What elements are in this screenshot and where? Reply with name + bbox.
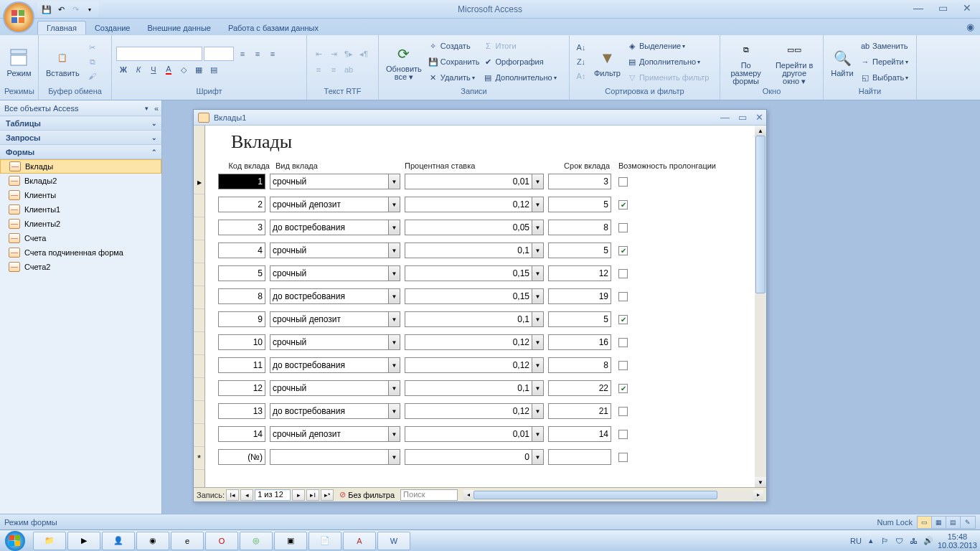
spelling-button[interactable]: ✔Орфография <box>482 54 556 70</box>
record-position-input[interactable]: 1 из 12 <box>255 489 291 501</box>
tray-shield-icon[interactable]: 🛡 <box>895 536 905 546</box>
record-selector[interactable] <box>194 263 204 286</box>
type-field[interactable] <box>270 449 389 465</box>
code-field[interactable]: (№) <box>218 449 265 465</box>
nav-item-form[interactable]: Вклады2 <box>0 174 161 188</box>
type-dropdown-button[interactable]: ▼ <box>389 288 400 304</box>
type-field[interactable]: срочный <box>270 265 389 281</box>
nav-item-form[interactable]: Клиенты <box>0 188 161 202</box>
select-button[interactable]: ◱Выбрать ▾ <box>859 70 908 85</box>
code-field[interactable]: 14 <box>218 426 265 442</box>
prolong-checkbox[interactable] <box>618 430 628 439</box>
record-selector[interactable] <box>194 309 204 332</box>
help-icon[interactable]: ◉ <box>966 22 974 32</box>
minimize-button[interactable]: — <box>910 1 927 14</box>
code-field[interactable]: 10 <box>218 334 265 350</box>
redo-icon[interactable]: ↷ <box>69 3 82 16</box>
font-color-button[interactable]: А <box>161 62 176 77</box>
clock[interactable]: 15:4810.03.2013 <box>938 532 977 550</box>
form-minimize-button[interactable]: — <box>720 112 730 123</box>
dec-indent-button[interactable]: ⇤ <box>311 47 326 61</box>
type-dropdown-button[interactable]: ▼ <box>389 426 400 442</box>
clear-sort-button[interactable]: A↕ <box>574 69 588 83</box>
nav-group-forms[interactable]: Формы⌃ <box>0 145 161 159</box>
prolong-checkbox[interactable] <box>618 223 628 232</box>
ltr-button[interactable]: ¶▸ <box>341 47 356 61</box>
numbering-button[interactable]: ≡ <box>311 62 326 77</box>
type-dropdown-button[interactable]: ▼ <box>389 220 400 235</box>
bold-button[interactable]: Ж <box>116 62 131 77</box>
fill-color-button[interactable]: ◇ <box>176 62 191 77</box>
term-field[interactable]: 5 <box>548 197 611 212</box>
underline-button[interactable]: Ч <box>146 62 161 77</box>
bullets-button[interactable]: ≡ <box>326 62 341 77</box>
selection-filter-button[interactable]: ◈Выделение ▾ <box>626 38 710 54</box>
goto-button[interactable]: →Перейти ▾ <box>859 54 908 70</box>
save-icon[interactable]: 💾 <box>40 3 53 16</box>
term-field[interactable]: 21 <box>548 403 611 419</box>
tab-external[interactable]: Внешние данные <box>139 22 220 34</box>
rate-dropdown-button[interactable]: ▼ <box>532 242 544 258</box>
start-button[interactable] <box>0 530 30 552</box>
toggle-filter-button[interactable]: ▽Применить фильтр <box>626 70 710 85</box>
tray-network-icon[interactable]: 🖧 <box>909 536 919 546</box>
rate-dropdown-button[interactable]: ▼ <box>532 265 544 281</box>
term-field[interactable] <box>548 449 611 465</box>
font-family-combo[interactable] <box>116 47 202 61</box>
rate-field[interactable]: 0,12 <box>405 197 532 212</box>
advanced-filter-button[interactable]: ▤Дополнительно ▾ <box>626 54 710 70</box>
more-records-button[interactable]: ▤Дополнительно ▾ <box>482 70 556 85</box>
replace-button[interactable]: abЗаменить <box>859 38 908 54</box>
cut-button[interactable]: ✂ <box>85 40 100 55</box>
rate-dropdown-button[interactable]: ▼ <box>532 426 544 442</box>
record-selector[interactable] <box>194 332 204 355</box>
size-to-fit-button[interactable]: ⧉По размеруформы <box>725 37 767 87</box>
rate-field[interactable]: 0,12 <box>405 334 532 350</box>
form-view-button[interactable]: ▭ <box>918 517 932 528</box>
code-field[interactable]: 3 <box>218 220 265 235</box>
task-utorrent[interactable]: ◎ <box>240 532 273 550</box>
type-field[interactable]: срочный <box>270 174 389 189</box>
view-button[interactable]: Режим <box>4 45 34 79</box>
type-dropdown-button[interactable]: ▼ <box>389 334 400 350</box>
undo-icon[interactable]: ↶ <box>55 3 67 16</box>
tab-home[interactable]: Главная <box>37 21 86 34</box>
type-field[interactable]: до востребования <box>270 403 389 419</box>
tray-volume-icon[interactable]: 🔊 <box>923 536 933 546</box>
rate-dropdown-button[interactable]: ▼ <box>532 174 544 189</box>
task-user[interactable]: 👤 <box>102 532 135 550</box>
form-maximize-button[interactable]: ▭ <box>738 112 747 123</box>
prolong-checkbox[interactable] <box>618 315 628 324</box>
record-selector[interactable] <box>194 286 204 309</box>
term-field[interactable]: 14 <box>548 426 611 442</box>
prolong-checkbox[interactable] <box>618 200 628 209</box>
tray-up-icon[interactable]: ▴ <box>866 536 876 546</box>
prolong-checkbox[interactable] <box>618 453 628 462</box>
task-media[interactable]: ▶ <box>67 532 100 550</box>
code-field[interactable]: 12 <box>218 380 265 396</box>
nav-item-form[interactable]: Клиенты1 <box>0 202 161 217</box>
type-field[interactable]: срочный депозит <box>270 197 389 212</box>
form-titlebar[interactable]: Вклады1 — ▭ ✕ <box>194 110 766 126</box>
rate-dropdown-button[interactable]: ▼ <box>532 380 544 396</box>
sort-asc-button[interactable]: A↓ <box>574 40 588 55</box>
scroll-left-button[interactable]: ◂ <box>463 490 473 500</box>
term-field[interactable]: 12 <box>548 265 611 281</box>
prolong-checkbox[interactable] <box>618 177 628 187</box>
rate-field[interactable]: 0,12 <box>405 357 532 373</box>
vertical-scrollbar[interactable]: ▲ ▼ <box>755 126 766 487</box>
scroll-up-button[interactable]: ▲ <box>755 126 766 136</box>
record-selector[interactable] <box>194 240 204 263</box>
type-dropdown-button[interactable]: ▼ <box>389 265 400 281</box>
record-selector[interactable] <box>194 217 204 240</box>
rate-dropdown-button[interactable]: ▼ <box>532 311 544 327</box>
term-field[interactable]: 8 <box>548 220 611 235</box>
rate-field[interactable]: 0,01 <box>405 174 532 189</box>
new-record-selector[interactable] <box>194 447 204 470</box>
task-doc1[interactable]: 📄 <box>308 532 341 550</box>
type-dropdown-button[interactable]: ▼ <box>389 197 400 212</box>
refresh-all-button[interactable]: ⟳Обновитьвсе ▾ <box>383 41 425 83</box>
paste-button[interactable]: 📋Вставить <box>43 45 83 79</box>
design-view-button[interactable]: ✎ <box>961 517 975 528</box>
type-field[interactable]: до востребования <box>270 288 389 304</box>
